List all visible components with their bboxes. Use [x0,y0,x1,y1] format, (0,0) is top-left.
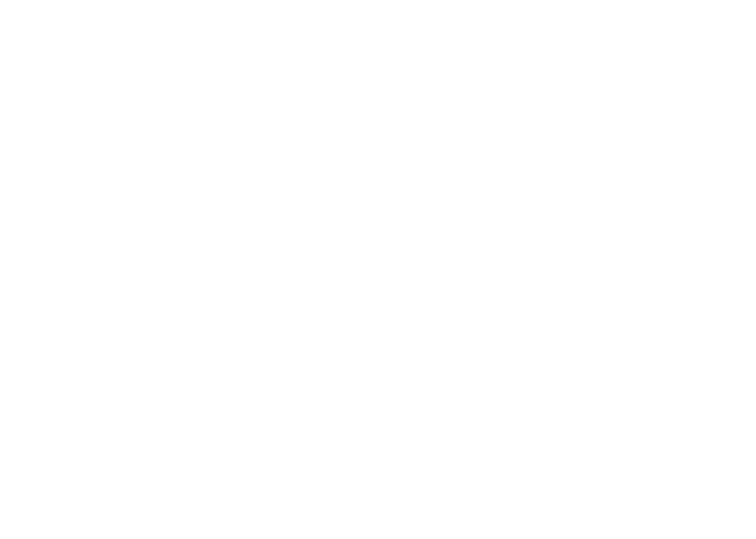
diagram [0,0,756,539]
connectors-svg [0,0,756,539]
